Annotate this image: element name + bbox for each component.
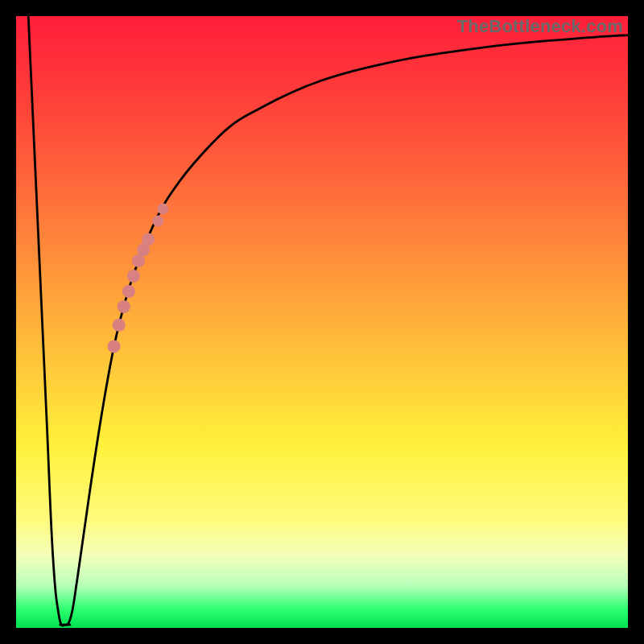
- highlight-group: [108, 203, 169, 353]
- highlight-dot: [127, 270, 140, 283]
- highlight-dot: [142, 233, 155, 246]
- highlight-dot: [157, 203, 168, 214]
- chart-plot-area: TheBottleneck.com: [16, 16, 628, 628]
- highlight-dot: [152, 216, 163, 227]
- highlight-dot: [118, 300, 130, 313]
- highlight-dot: [108, 340, 121, 353]
- chart-frame: TheBottleneck.com: [0, 0, 644, 644]
- highlight-dot: [122, 285, 135, 298]
- bottleneck-curve-svg: [16, 16, 628, 628]
- highlight-dot: [113, 319, 126, 332]
- highlight-dot: [132, 254, 145, 267]
